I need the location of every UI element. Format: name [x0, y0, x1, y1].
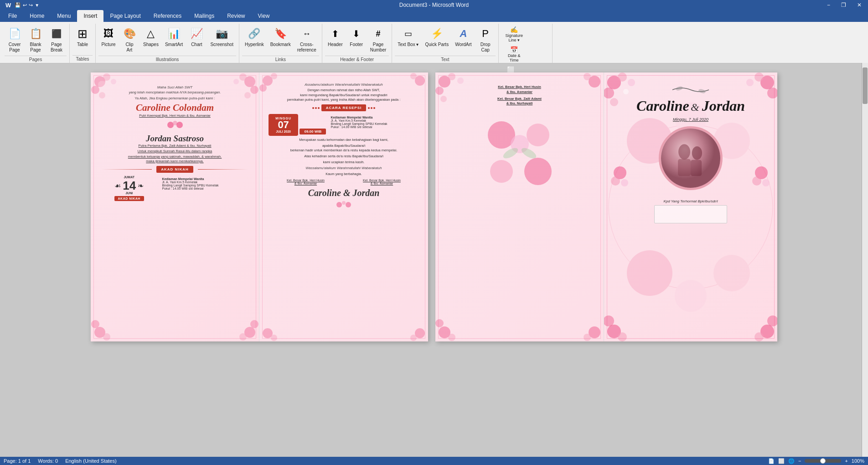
page-1-left-content: Maha Suci Allah SWT yang telah menciptak… [91, 72, 259, 209]
text-box-button[interactable]: ▭ Text Box ▾ [395, 25, 421, 49]
wassalam-text: Wassalamu'alaikum Warahmatullahi Wabarak… [268, 166, 420, 170]
zoom-handle[interactable] [820, 458, 826, 464]
floral-bl-3 [435, 298, 479, 341]
couple-names-right: Caroline & Jordan [268, 188, 420, 198]
svg-point-31 [346, 202, 351, 207]
zoom-in-icon[interactable]: + [845, 458, 847, 464]
svg-point-77 [678, 144, 690, 159]
vertical-scrollbar[interactable] [862, 63, 868, 457]
quick-save-icon[interactable]: 💾 [15, 2, 21, 8]
bookmark-button[interactable]: 🔖 Bookmark [268, 25, 294, 49]
page-break-button[interactable]: ⬛ PageBreak [46, 25, 67, 55]
svg-point-19 [176, 122, 183, 128]
svg-point-69 [618, 332, 627, 341]
signature-line-button[interactable]: ✍ Signature Line ▾ [501, 25, 527, 44]
tab-file[interactable]: File [2, 10, 23, 22]
bride-section: Caroline Colondam Putri Keempat Bpk. Her… [100, 102, 250, 118]
screenshot-icon: 📷 [215, 26, 229, 41]
date-time-icon: 📅 [510, 46, 518, 53]
tab-mailings[interactable]: Mailings [188, 10, 221, 22]
svg-point-40 [448, 334, 455, 341]
akad-day: JUMAT [100, 176, 158, 179]
view-fullscreen-icon[interactable]: ⬜ [778, 458, 785, 464]
p2-family-groom: Kel. Besar Bpk. Zaili Adami [444, 97, 594, 101]
clip-art-button[interactable]: 🎨 ClipArt [119, 25, 140, 55]
zoom-out-icon[interactable]: − [798, 458, 801, 464]
svg-point-75 [698, 88, 706, 94]
svg-point-55 [713, 255, 750, 291]
page-number-button[interactable]: # PageNumber [367, 25, 389, 55]
status-words: Words: 0 [38, 458, 58, 464]
minimize-button[interactable]: − [824, 2, 833, 8]
svg-point-17 [167, 122, 174, 128]
document-spread-1: Maha Suci Allah SWT yang telah menciptak… [91, 72, 428, 341]
header-button[interactable]: ⬆ Header [325, 25, 346, 49]
drop-cap-label: DropCap [480, 42, 491, 53]
groom-desc: Putra Pertama Bpk. Zaili Adami & Ibu. Nu… [100, 144, 250, 148]
smartart-icon: 📊 [167, 26, 181, 41]
redo-icon[interactable]: ↪ [29, 2, 33, 8]
shapes-button[interactable]: △ Shapes [140, 25, 161, 49]
view-print-icon[interactable]: 📄 [768, 458, 775, 464]
cross-reference-button[interactable]: ↔ Cross-reference [294, 25, 319, 55]
hyperlink-button[interactable]: 🔗 Hyperlink [242, 25, 267, 49]
quick-parts-button[interactable]: ⚡ Quick Parts [422, 25, 451, 49]
akad-venue: Kediaman Mempelai Wanita [162, 177, 250, 181]
chart-button[interactable]: 📈 Chart [186, 25, 207, 49]
footer-button[interactable]: ⬇ Footer [346, 25, 367, 49]
screenshot-button[interactable]: 📷 Screenshot [207, 25, 236, 49]
tab-menu[interactable]: Menu [51, 10, 77, 22]
table-button[interactable]: ⊞ Table [72, 25, 93, 49]
akad-sub-banner: AKAD NIKAH [114, 196, 144, 201]
svg-point-85 [752, 176, 761, 186]
hyperlink-label: Hyperlink [245, 42, 264, 47]
p2-family-bride: Kel. Besar Bpk. Heri Husin [444, 85, 594, 89]
kehormatan-text: Merupakan suatu kehormatan dan kebahagia… [268, 138, 420, 142]
tab-references[interactable]: References [147, 10, 188, 22]
address-label: Kpd Yang Terhormat Bpk/ibu/sdr/i [615, 199, 766, 203]
smartart-button[interactable]: 📊 SmartArt [162, 25, 186, 49]
view-web-icon[interactable]: 🌐 [788, 458, 795, 464]
drop-cap-button[interactable]: P DropCap [475, 25, 496, 55]
svg-point-82 [611, 176, 620, 186]
blank-page-button[interactable]: 📋 BlankPage [26, 25, 46, 55]
svg-point-78 [692, 146, 702, 160]
dengan-text: Dengan memohon rahmat dan ridho Allah SW… [268, 88, 420, 92]
ribbon-tabs: File Home Menu Insert Page Layout Refere… [0, 10, 868, 22]
zoom-slider[interactable] [805, 459, 841, 463]
close-button[interactable]: ✕ [854, 2, 864, 8]
ucapan-text: kami ucapkan terima kasih. [268, 160, 420, 164]
svg-point-12 [103, 333, 110, 341]
svg-point-74 [675, 86, 683, 91]
ribbon-content: 📄 CoverPage 📋 BlankPage ⬛ PageBreak Page… [0, 22, 868, 63]
svg-point-41 [435, 319, 444, 327]
group-links: 🔗 Hyperlink 🔖 Bookmark ↔ Cross-reference… [239, 24, 322, 63]
customize-icon[interactable]: ▼ [35, 3, 39, 8]
p2-family-bride2: & Ibu. Asmaniar [444, 90, 594, 94]
date-time-button[interactable]: 📅 Date & Time [501, 45, 527, 64]
status-lang: English (United States) [65, 458, 117, 464]
floral-divider-1 [100, 119, 250, 132]
header-icon: ⬆ [328, 26, 342, 41]
tab-insert[interactable]: Insert [77, 10, 103, 22]
svg-point-47 [524, 158, 552, 185]
cover-page-icon: 📄 [7, 26, 22, 41]
tab-home[interactable]: Home [23, 10, 51, 22]
cover-ampersand: & [691, 101, 702, 113]
tab-pagelayout[interactable]: Page Layout [103, 10, 147, 22]
group-tables: ⊞ Table Tables [70, 24, 96, 63]
restore-button[interactable]: ❐ [838, 2, 849, 8]
cover-page-button[interactable]: 📄 CoverPage [5, 25, 25, 55]
wordart-button[interactable]: A WordArt [452, 25, 475, 49]
tab-view[interactable]: View [252, 10, 276, 22]
undo-icon[interactable]: ↩ [23, 2, 27, 8]
floral-bl-2 [259, 300, 300, 341]
shapes-label: Shapes [143, 42, 159, 47]
picture-button[interactable]: 🖼 Picture [98, 25, 119, 49]
group-header-footer-label: Header & Footer [325, 56, 389, 63]
family-left: Kel. Besar Bpk. Heri Husin & Ibu. Asmani… [287, 179, 325, 185]
apabila-text: apabila Bapak/Ibu/Saudara/i [268, 144, 420, 148]
scroll-thumb[interactable] [863, 67, 868, 104]
tab-review[interactable]: Review [221, 10, 251, 22]
wordart-label: WordArt [455, 42, 472, 47]
